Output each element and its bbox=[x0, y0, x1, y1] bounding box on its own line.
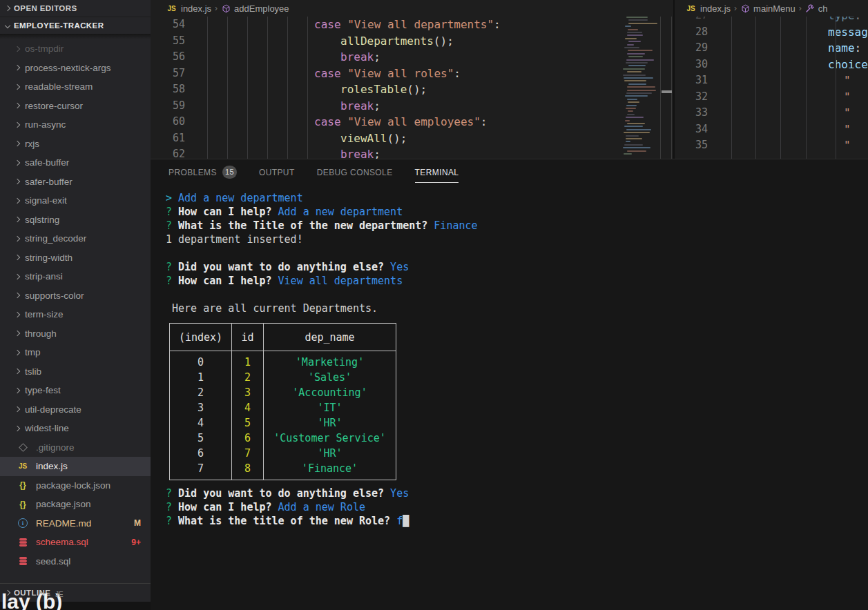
code-editor[interactable]: 54case "View all departments":55allDepar… bbox=[151, 17, 672, 159]
sidebar-item-.gitignore[interactable]: .gitignore bbox=[0, 438, 151, 458]
tab-output[interactable]: OUTPUT bbox=[259, 159, 295, 184]
sidebar-item-signal-exit[interactable]: signal-exit bbox=[0, 191, 151, 210]
line-number: 56 bbox=[151, 49, 185, 66]
terminal-line bbox=[166, 288, 868, 302]
minimap-line bbox=[625, 38, 636, 39]
sidebar-item-rxjs[interactable]: rxjs bbox=[0, 135, 151, 154]
scrollbar-slider[interactable] bbox=[662, 90, 672, 93]
table-cell: 'Customer Service' bbox=[264, 431, 396, 446]
sidebar-item-process-nextick-args[interactable]: process-nextick-args bbox=[0, 59, 151, 78]
sidebar-item-seed.sql[interactable]: seed.sql bbox=[0, 552, 151, 571]
breadcrumb[interactable]: JSindex.js›addEmployee bbox=[151, 0, 672, 17]
code-line-35: 35" bbox=[675, 137, 868, 154]
code-lines: 54case "View all departments":55allDepar… bbox=[151, 17, 672, 159]
table-row: 23'Accounting' bbox=[170, 385, 396, 400]
minimap-line bbox=[625, 95, 648, 97]
table-cell: 7 bbox=[170, 461, 232, 480]
video-overlay-text: lay (b) bbox=[1, 590, 62, 610]
folder-name: string-width bbox=[25, 253, 73, 263]
sidebar-item-strip-ansi[interactable]: strip-ansi bbox=[0, 267, 151, 286]
chevron-right-icon bbox=[15, 84, 20, 90]
chevron-right-icon bbox=[15, 312, 20, 317]
tab-debug-console-label: DEBUG CONSOLE bbox=[317, 161, 393, 182]
sidebar-item-index.js[interactable]: JSindex.js bbox=[0, 457, 151, 476]
minimap-line bbox=[624, 77, 653, 79]
table-cell: 4 bbox=[170, 415, 232, 431]
sidebar-item-readable-stream[interactable]: readable-stream bbox=[0, 77, 151, 97]
sidebar-item-string_decoder[interactable]: string_decoder bbox=[0, 229, 151, 248]
table-header-(index): (index) bbox=[170, 324, 232, 351]
minimap[interactable] bbox=[621, 17, 659, 159]
code-line-56: 56break; bbox=[151, 49, 672, 66]
sidebar-item-package-lock.json[interactable]: {}package-lock.json bbox=[0, 476, 151, 495]
breadcrumb[interactable]: JSindex.js›mainMenu›ch bbox=[675, 0, 868, 17]
breadcrumb-item[interactable]: mainMenu bbox=[753, 3, 795, 14]
file-icon-wrap: JS bbox=[15, 462, 30, 471]
code-editor[interactable]: 27type:28message:29name:30choices:31"32"… bbox=[675, 17, 868, 159]
indent-guide-line bbox=[207, 17, 208, 159]
project-section-header[interactable]: EMPLOYEE-TRACKER bbox=[0, 17, 151, 34]
sidebar-item-sqlstring[interactable]: sqlstring bbox=[0, 210, 151, 230]
table-cell: 'Marketing' bbox=[264, 351, 396, 371]
breadcrumb-item[interactable]: ch bbox=[818, 3, 828, 14]
chevron-right-icon bbox=[15, 141, 20, 146]
table-cell: 'IT' bbox=[264, 400, 396, 415]
breadcrumb-item[interactable]: index.js bbox=[700, 3, 731, 14]
explorer-sidebar: OPEN EDITORS EMPLOYEE-TRACKER os-tmpdirp… bbox=[0, 0, 151, 610]
table-cell: 2 bbox=[170, 385, 232, 400]
breadcrumb-item[interactable]: index.js bbox=[181, 3, 211, 14]
sidebar-item-supports-color[interactable]: supports-color bbox=[0, 286, 151, 306]
sidebar-item-string-width[interactable]: string-width bbox=[0, 248, 151, 268]
indent-guide-line bbox=[267, 17, 268, 159]
terminal-output[interactable]: > Add a new department? How can I help? … bbox=[151, 184, 868, 528]
code-line-59: 59break; bbox=[151, 98, 672, 115]
minimap-line bbox=[627, 71, 642, 72]
tab-problems-label: PROBLEMS bbox=[168, 161, 217, 182]
sidebar-item-os-tmpdir[interactable]: os-tmpdir bbox=[0, 39, 151, 59]
tab-terminal[interactable]: TERMINAL bbox=[415, 159, 459, 184]
chevron-right-icon bbox=[15, 65, 20, 70]
code-text: viewAll(); bbox=[193, 130, 407, 147]
sidebar-item-type-fest[interactable]: type-fest bbox=[0, 381, 151, 400]
tab-problems[interactable]: PROBLEMS 15 bbox=[168, 159, 237, 184]
minimap-line bbox=[628, 56, 644, 57]
folder-name: string_decoder bbox=[25, 233, 86, 244]
sidebar-item-safe-buffer[interactable]: safe-buffer bbox=[0, 153, 151, 173]
table-cell: 1 bbox=[232, 351, 264, 371]
sidebar-item-restore-cursor[interactable]: restore-cursor bbox=[0, 97, 151, 116]
code-text: " bbox=[716, 72, 851, 89]
chevron-down-icon bbox=[5, 23, 10, 28]
table-row: 45'HR' bbox=[170, 415, 396, 431]
sidebar-item-util-deprecate[interactable]: util-deprecate bbox=[0, 400, 151, 420]
indent-guide-line bbox=[731, 17, 732, 159]
line-number: 58 bbox=[151, 81, 185, 98]
chevron-right-icon bbox=[15, 331, 20, 336]
table-cell: 6 bbox=[170, 446, 232, 461]
sidebar-item-through[interactable]: through bbox=[0, 324, 151, 344]
sidebar-item-tslib[interactable]: tslib bbox=[0, 362, 151, 382]
code-line-58: 58rolesTable(); bbox=[151, 81, 672, 98]
folder-name: rxjs bbox=[25, 139, 39, 149]
table-row: 01'Marketing' bbox=[170, 351, 396, 371]
code-text: " bbox=[716, 121, 851, 138]
sidebar-item-package.json[interactable]: {}package.json bbox=[0, 495, 151, 514]
breadcrumb-separator: › bbox=[215, 3, 218, 13]
line-number: 27 bbox=[675, 17, 708, 24]
editor-scrollbar[interactable] bbox=[660, 17, 672, 159]
line-number: 29 bbox=[675, 40, 708, 57]
tab-debug-console[interactable]: DEBUG CONSOLE bbox=[317, 159, 393, 184]
breadcrumb-item[interactable]: addEmployee bbox=[234, 3, 289, 14]
sidebar-item-safer-buffer[interactable]: safer-buffer bbox=[0, 173, 151, 192]
sidebar-item-tmp[interactable]: tmp bbox=[0, 343, 151, 362]
sidebar-item-README.md[interactable]: iREADME.mdM bbox=[0, 514, 151, 533]
table-header-dep_name: dep_name bbox=[264, 324, 396, 351]
sidebar-item-run-async[interactable]: run-async bbox=[0, 115, 151, 135]
chevron-right-icon bbox=[15, 160, 20, 166]
tab-terminal-label: TERMINAL bbox=[415, 161, 459, 183]
minimap-line bbox=[623, 75, 646, 76]
sidebar-item-scheema.sql[interactable]: scheema.sql9+ bbox=[0, 533, 151, 552]
open-editors-section[interactable]: OPEN EDITORS bbox=[0, 0, 151, 17]
sidebar-item-term-size[interactable]: term-size bbox=[0, 305, 151, 324]
minimap-line bbox=[626, 108, 636, 109]
sidebar-item-widest-line[interactable]: widest-line bbox=[0, 419, 151, 438]
